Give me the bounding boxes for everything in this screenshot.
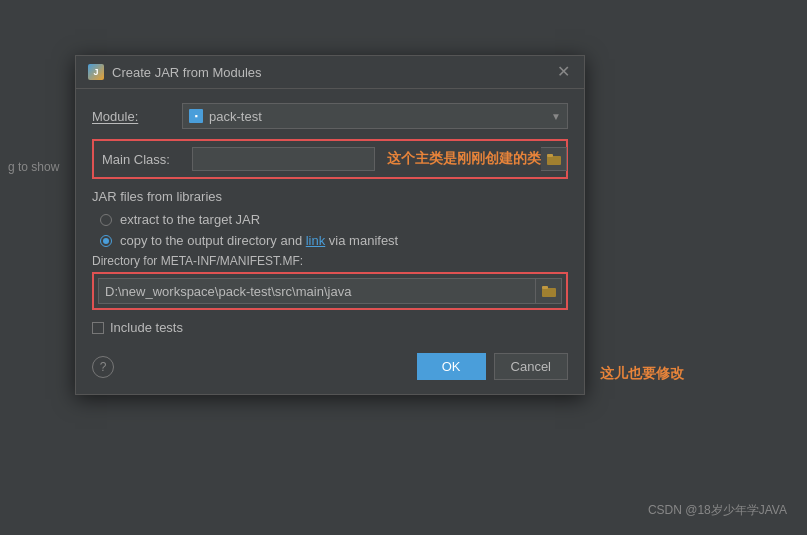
dir-input-row (98, 278, 562, 304)
radio-extract-row: extract to the target JAR (92, 212, 568, 227)
main-class-input[interactable] (192, 147, 375, 171)
svg-rect-1 (547, 154, 553, 157)
radio-extract[interactable] (100, 214, 112, 226)
module-row: Module: ▪ pack-test ▼ (92, 103, 568, 129)
svg-rect-3 (542, 286, 548, 289)
main-class-wrapper: Main Class: 这个主类是刚刚创建的类 (92, 139, 568, 179)
module-icon: ▪ (189, 109, 203, 123)
buttons-row: ? OK Cancel (92, 349, 568, 380)
ok-button[interactable]: OK (417, 353, 486, 380)
help-button[interactable]: ? (92, 356, 114, 378)
module-select[interactable]: ▪ pack-test ▼ (182, 103, 568, 129)
radio-copy-row: copy to the output directory and link vi… (92, 233, 568, 248)
module-label: Module: (92, 109, 182, 124)
radio-copy[interactable] (100, 235, 112, 247)
main-class-row: Main Class: 这个主类是刚刚创建的类 (102, 147, 558, 171)
main-class-label: Main Class: (102, 152, 192, 167)
chevron-down-icon: ▼ (551, 111, 561, 122)
svg-rect-0 (547, 156, 561, 165)
folder-icon (542, 285, 556, 297)
dialog-titlebar: J Create JAR from Modules ✕ (76, 56, 584, 89)
left-hint-text: g to show (8, 160, 59, 174)
cancel-button[interactable]: Cancel (494, 353, 568, 380)
jar-files-label: JAR files from libraries (92, 189, 568, 204)
main-class-hint: 这个主类是刚刚创建的类 (387, 150, 541, 168)
dialog-title: Create JAR from Modules (112, 65, 262, 80)
dir-annotation: 这儿也要修改 (600, 365, 684, 383)
include-tests-row: Include tests (92, 320, 568, 335)
dir-label: Directory for META-INF/MANIFEST.MF: (92, 254, 568, 268)
include-tests-checkbox[interactable] (92, 322, 104, 334)
dialog-body: Module: ▪ pack-test ▼ Main Class: 这个主类是刚… (76, 89, 584, 394)
radio-extract-label: extract to the target JAR (120, 212, 260, 227)
directory-section: Directory for META-INF/MANIFEST.MF: (92, 254, 568, 310)
watermark: CSDN @18岁少年学JAVA (648, 502, 787, 519)
include-tests-label: Include tests (110, 320, 183, 335)
dir-folder-button[interactable] (536, 278, 562, 304)
svg-rect-2 (542, 288, 556, 297)
create-jar-dialog: J Create JAR from Modules ✕ Module: ▪ pa… (75, 55, 585, 395)
jar-dialog-icon: J (88, 64, 104, 80)
dir-input-wrapper (92, 272, 568, 310)
dir-input[interactable] (98, 278, 536, 304)
module-name: pack-test (209, 109, 547, 124)
manifest-link[interactable]: link (306, 233, 326, 248)
folder-icon (547, 153, 561, 165)
close-button[interactable]: ✕ (555, 64, 572, 80)
dialog-title-left: J Create JAR from Modules (88, 64, 262, 80)
main-class-folder-button[interactable] (541, 147, 567, 171)
radio-copy-label-prefix: copy to the output directory and link vi… (120, 233, 398, 248)
